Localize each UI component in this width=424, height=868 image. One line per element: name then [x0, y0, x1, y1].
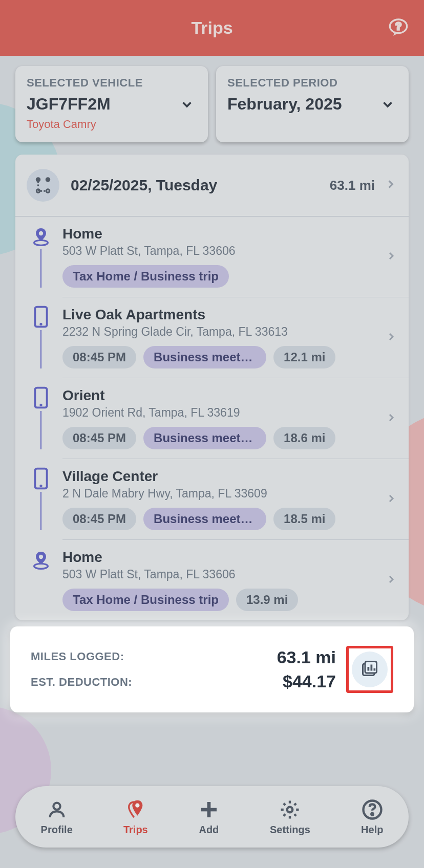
stop-name: Home	[62, 226, 381, 242]
chevron-right-icon	[385, 573, 397, 588]
help-circle-icon	[362, 798, 383, 821]
stop-category-tag: Tax Home / Business trip	[62, 265, 229, 288]
phone-icon	[31, 468, 51, 489]
period-selector[interactable]: SELECTED PERIOD February, 2025	[216, 66, 409, 142]
period-selector-label: SELECTED PERIOD	[227, 76, 397, 90]
svg-point-9	[39, 323, 42, 326]
nav-label: Add	[199, 824, 219, 836]
trip-stop[interactable]: Home 503 W Platt St, Tampa, FL 33606 Tax…	[15, 216, 409, 297]
phone-icon	[31, 387, 51, 408]
day-date: 02/25/2025, Tuesday	[71, 177, 330, 194]
stop-address: 1902 Orient Rd, Tampa, FL 33619	[62, 406, 381, 420]
stop-miles-tag: 18.5 mi	[273, 508, 335, 530]
est-deduction-value: $44.17	[164, 671, 336, 691]
profile-icon	[47, 798, 67, 821]
help-icon[interactable]: ?	[388, 17, 409, 39]
trips-card: 02/25/2025, Tuesday 63.1 mi Home 503 W P…	[15, 155, 409, 620]
nav-label: Profile	[41, 824, 73, 836]
app-header: Trips ?	[0, 0, 424, 56]
nav-label: Trips	[123, 824, 148, 836]
svg-point-15	[39, 555, 43, 559]
trip-stop[interactable]: Live Oak Apartments 2232 N Spring Glade …	[15, 297, 409, 378]
chevron-right-icon	[385, 492, 397, 507]
svg-point-13	[39, 485, 42, 487]
svg-rect-20	[374, 668, 376, 671]
svg-point-2	[36, 178, 39, 181]
nav-settings[interactable]: Settings	[270, 798, 310, 836]
svg-point-5	[46, 189, 49, 192]
stop-time-tag: 08:45 PM	[62, 508, 136, 530]
chevron-right-icon	[384, 178, 397, 193]
stop-category-tag: Business meeti…	[143, 346, 266, 368]
svg-point-11	[39, 404, 42, 406]
nav-label: Help	[361, 824, 383, 836]
trip-stop[interactable]: Home 503 W Platt St, Tampa, FL 33606 Tax…	[15, 540, 409, 620]
chevron-down-icon	[380, 97, 395, 114]
route-icon	[27, 169, 59, 202]
summary-card: MILES LOGGED: EST. DEDUCTION: 63.1 mi $4…	[10, 626, 414, 712]
svg-point-7	[39, 231, 43, 235]
period-selector-value: February, 2025	[227, 95, 397, 114]
chevron-right-icon	[385, 331, 397, 345]
stop-address: 2 N Dale Mabry Hwy, Tampa, FL 33609	[62, 487, 381, 501]
phone-icon	[31, 307, 51, 327]
est-deduction-label: EST. DEDUCTION:	[31, 676, 164, 689]
gear-icon	[279, 798, 301, 821]
nav-add[interactable]: Add	[199, 798, 219, 836]
svg-text:?: ?	[395, 20, 401, 32]
stop-miles-tag: 12.1 mi	[273, 346, 335, 368]
svg-point-3	[46, 178, 49, 181]
stop-name: Orient	[62, 387, 381, 404]
bottom-nav: Profile Trips Add Settings Help	[15, 786, 409, 848]
stop-address: 503 W Platt St, Tampa, FL 33606	[62, 244, 381, 258]
location-pin-icon	[31, 226, 51, 246]
vehicle-selector-value: JGF7FF2M	[27, 95, 197, 114]
stop-category-tag: Business meeti…	[143, 427, 266, 449]
day-header[interactable]: 02/25/2025, Tuesday 63.1 mi	[15, 155, 409, 216]
chart-button[interactable]	[352, 652, 388, 687]
stop-time-tag: 08:45 PM	[62, 427, 136, 449]
page-title: Trips	[191, 18, 232, 38]
miles-logged-value: 63.1 mi	[164, 647, 336, 667]
svg-point-21	[53, 802, 60, 809]
svg-rect-19	[371, 665, 373, 671]
vehicle-selector-sub: Toyota Camry	[27, 118, 197, 131]
pin-icon	[125, 798, 146, 821]
stop-address: 2232 N Spring Glade Cir, Tampa, FL 33613	[62, 325, 381, 339]
stop-miles-tag: 18.6 mi	[273, 427, 335, 449]
nav-label: Settings	[270, 824, 310, 836]
vehicle-selector-label: SELECTED VEHICLE	[27, 76, 197, 90]
stop-name: Live Oak Apartments	[62, 307, 381, 323]
svg-rect-24	[201, 808, 217, 811]
nav-trips[interactable]: Trips	[123, 798, 148, 836]
svg-rect-18	[368, 667, 370, 671]
svg-point-22	[135, 803, 139, 807]
nav-profile[interactable]: Profile	[41, 798, 73, 836]
plus-icon	[199, 798, 219, 821]
day-miles: 63.1 mi	[330, 178, 375, 193]
chevron-right-icon	[385, 411, 397, 426]
svg-point-25	[287, 807, 293, 812]
bar-chart-icon	[361, 659, 379, 680]
nav-help[interactable]: Help	[361, 798, 383, 836]
miles-logged-label: MILES LOGGED:	[31, 650, 164, 663]
trip-stop[interactable]: Orient 1902 Orient Rd, Tampa, FL 33619 0…	[15, 378, 409, 459]
vehicle-selector[interactable]: SELECTED VEHICLE JGF7FF2M Toyota Camry	[15, 66, 208, 142]
stop-miles-tag: 13.9 mi	[236, 589, 298, 611]
chevron-right-icon	[385, 250, 397, 264]
location-pin-icon	[31, 549, 51, 570]
trip-stop[interactable]: Village Center 2 N Dale Mabry Hwy, Tampa…	[15, 459, 409, 539]
svg-point-27	[371, 813, 373, 815]
stop-name: Home	[62, 549, 381, 566]
highlight-annotation	[346, 646, 393, 693]
stop-category-tag: Business meeti…	[143, 508, 266, 530]
stop-address: 503 W Platt St, Tampa, FL 33606	[62, 568, 381, 581]
chevron-down-icon	[179, 97, 195, 114]
stop-category-tag: Tax Home / Business trip	[62, 589, 229, 611]
stop-name: Village Center	[62, 468, 381, 485]
stop-time-tag: 08:45 PM	[62, 346, 136, 368]
